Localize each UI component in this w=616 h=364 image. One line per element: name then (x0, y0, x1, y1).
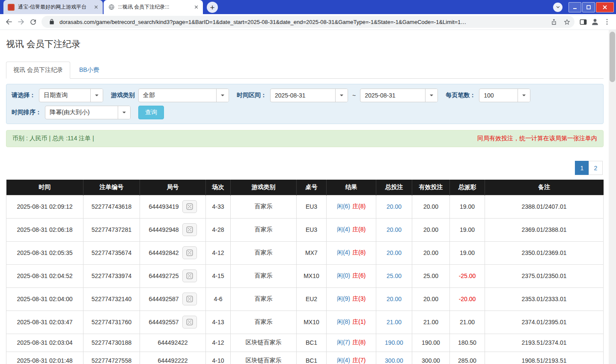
cell-bet-id: 522774737281 (83, 218, 140, 241)
column-header: 桌号 (297, 180, 327, 195)
cell-session: 4-13 (206, 311, 231, 334)
tab-close-icon[interactable] (92, 4, 99, 11)
avatar-icon (591, 18, 599, 26)
minimize-button[interactable] (568, 2, 581, 12)
refresh-button[interactable] (27, 16, 39, 28)
video-replay-button[interactable] (182, 200, 197, 213)
total-bet-link[interactable]: 20.00 (387, 226, 402, 233)
cell-payout: 285.00 (450, 352, 485, 364)
cell-payout: 180.50 (450, 334, 485, 352)
cell-valid-bet: 25.00 (412, 264, 450, 287)
cell-round: 644492422 (140, 334, 206, 352)
summary-totals: 币别 : 人民币 | 总共 :114 注单 | (12, 135, 94, 142)
cell-time: 2025-08-31 02:09:12 (6, 195, 83, 218)
per-page-value: 100 (479, 89, 518, 102)
cell-total-bet: 190.00 (376, 334, 412, 352)
round-id: 644492222 (158, 358, 187, 364)
total-bet-link[interactable]: 300.00 (385, 357, 403, 364)
back-button[interactable] (3, 16, 15, 28)
total-bet-link[interactable]: 190.00 (385, 339, 403, 346)
table-row: 2025-08-31 02:04:52 522774733974 6444927… (6, 264, 604, 287)
round-id: 644492587 (149, 296, 179, 302)
dice-icon (186, 295, 193, 303)
address-bar[interactable]: dorasabs.com/game/betrecord_search/kind3… (42, 16, 574, 28)
cell-bet-id: 522774731760 (83, 311, 140, 334)
per-page-select[interactable]: 100 (479, 89, 530, 102)
dice-icon (186, 272, 193, 280)
dice-icon (186, 318, 193, 326)
result-player: 闲(0) (337, 272, 350, 279)
bet-records-table: 时间注单编号局号场次游戏类别桌号结果总投注有效投注总派彩备注 2025-08-3… (6, 180, 604, 364)
page-button-2[interactable]: 2 (589, 161, 603, 175)
cell-valid-bet: 20.00 (412, 241, 450, 264)
cell-total-bet: 20.00 (376, 195, 412, 218)
game-type-value: 全部 (139, 89, 216, 102)
vertical-scrollbar[interactable] (609, 30, 616, 364)
total-bet-link[interactable]: 25.00 (387, 272, 402, 279)
side-panel-button[interactable] (577, 16, 589, 28)
video-replay-button[interactable] (182, 246, 197, 259)
share-icon[interactable] (549, 17, 559, 27)
forward-icon (17, 18, 25, 26)
video-replay-button[interactable] (182, 269, 197, 282)
date-end-value: 2025-08-31 (360, 89, 425, 102)
table-row: 2025-08-31 02:03:04 522774730188 6444924… (6, 334, 604, 352)
browser-menu-button[interactable] (601, 16, 613, 28)
cell-total-bet: 21.00 (376, 311, 412, 334)
page-button-1[interactable]: 1 (575, 161, 589, 175)
browser-tab[interactable]: :::视讯 会员下注纪录::: (104, 0, 203, 14)
result-player: 闲(7) (337, 339, 350, 346)
page-tab-label: 视讯 会员下注纪录 (13, 66, 63, 73)
column-header: 时间 (6, 180, 83, 195)
secure-lock-icon[interactable] (47, 17, 57, 27)
bookmark-star-icon[interactable] (562, 17, 572, 27)
forward-button[interactable] (15, 16, 27, 28)
cell-bet-id: 522774735674 (83, 241, 140, 264)
search-button[interactable]: 查询 (138, 106, 164, 119)
total-bet-link[interactable]: 20.00 (387, 203, 402, 210)
sort-value: 降幂(由大到小) (45, 106, 118, 119)
summary-bar: 币别 : 人民币 | 总共 :114 注单 | 同局有效投注，统一计算在该局第一… (6, 130, 604, 147)
cell-payout: -20.00 (450, 287, 485, 311)
column-header: 场次 (206, 180, 231, 195)
cell-result: 闲(4)庄(7) (327, 352, 376, 364)
tab-search-button[interactable] (553, 3, 562, 12)
round-id: 644492948 (149, 226, 179, 233)
maximize-button[interactable] (582, 2, 595, 12)
dice-icon (186, 226, 193, 234)
cell-bet-id: 522774730188 (83, 334, 140, 352)
query-type-label: 请选择： (12, 92, 36, 99)
round-id: 644492842 (149, 249, 179, 256)
url-text[interactable]: dorasabs.com/game/betrecord_search/kind3… (60, 19, 546, 25)
profile-avatar[interactable] (589, 16, 601, 28)
page-tab-label: BB小费 (79, 66, 99, 73)
cell-session: 4-15 (206, 264, 231, 287)
browser-tab-bar: 通宝-信誉最好的网上游戏平台 :::视讯 会员下注纪录::: + (0, 0, 616, 14)
result-banker: 庄(3) (352, 295, 366, 302)
sort-select[interactable]: 降幂(由大到小) (45, 106, 131, 119)
tab-close-icon[interactable] (193, 4, 199, 11)
total-bet-link[interactable]: 21.00 (387, 319, 402, 326)
query-type-select[interactable]: 日期查询 (39, 89, 103, 102)
total-bet-link[interactable]: 20.00 (387, 296, 402, 302)
close-button[interactable] (596, 2, 614, 12)
date-start-input[interactable]: 2025-08-31 (270, 89, 348, 102)
video-replay-button[interactable] (182, 316, 197, 328)
cell-payout: -25.00 (450, 264, 485, 287)
page-tabs: 视讯 会员下注纪录 BB小费 (6, 62, 604, 79)
cell-payout: 21.00 (450, 311, 485, 334)
date-end-input[interactable]: 2025-08-31 (360, 89, 438, 102)
cell-total-bet: 20.00 (376, 287, 412, 311)
page-tab[interactable]: BB小费 (72, 62, 107, 79)
video-replay-button[interactable] (182, 293, 197, 305)
game-type-select[interactable]: 全部 (138, 89, 229, 102)
result-player: 闲(4) (337, 357, 350, 364)
scrollbar-thumb[interactable] (610, 32, 615, 82)
video-replay-button[interactable] (182, 223, 197, 236)
new-tab-button[interactable]: + (207, 2, 218, 13)
total-bet-link[interactable]: 20.00 (387, 249, 402, 256)
tab-title: :::视讯 会员下注纪录::: (118, 3, 189, 11)
page-tab[interactable]: 视讯 会员下注纪录 (6, 62, 70, 79)
browser-tab[interactable]: 通宝-信誉最好的网上游戏平台 (3, 0, 103, 14)
page-content: 视讯 会员下注纪录 视讯 会员下注纪录 BB小费 请选择： 日期查询 游戏类别 … (0, 30, 609, 364)
